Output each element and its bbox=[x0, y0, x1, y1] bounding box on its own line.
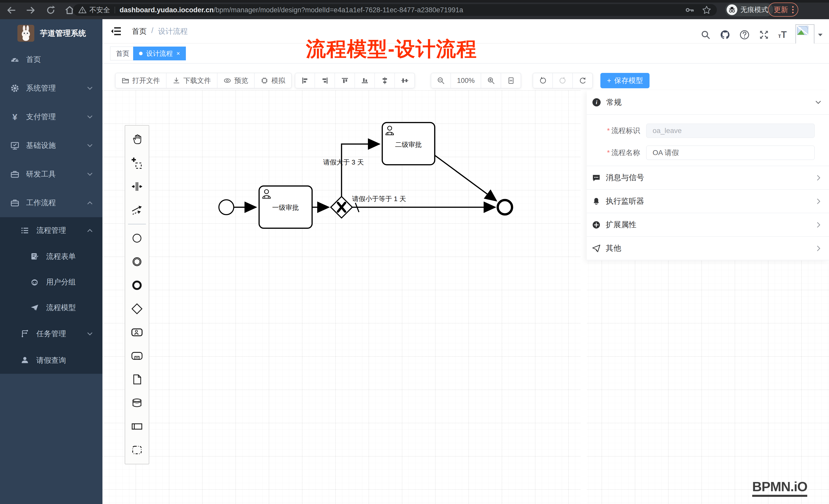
general-section-header[interactable]: i 常规 bbox=[587, 90, 829, 115]
create-participant[interactable] bbox=[125, 415, 149, 438]
sidebar-item-devtools[interactable]: 研发工具 bbox=[0, 160, 102, 189]
search-icon[interactable] bbox=[700, 30, 711, 40]
button-label: 下载文件 bbox=[183, 76, 211, 85]
process-key-input[interactable] bbox=[646, 124, 815, 138]
align-top-button[interactable] bbox=[335, 73, 355, 88]
start-event[interactable] bbox=[219, 200, 234, 215]
align-bottom-button[interactable] bbox=[355, 73, 375, 88]
caret-down-icon[interactable] bbox=[817, 32, 824, 38]
url-bar[interactable]: 不安全 dashboard.yudao.iocoder.cn/bpm/manag… bbox=[73, 4, 717, 16]
properties-panel: i 常规 *流程标识 *流程名称 消息与信号 bbox=[587, 90, 829, 261]
lasso-tool[interactable] bbox=[125, 151, 149, 175]
process-key-row: *流程标识 bbox=[587, 120, 829, 142]
chevron-down-icon bbox=[86, 330, 94, 338]
sequence-flow[interactable] bbox=[435, 155, 497, 201]
general-form: *流程标识 *流程名称 bbox=[587, 115, 829, 166]
hand-tool[interactable] bbox=[125, 128, 149, 151]
tab-label: 设计流程 bbox=[146, 49, 173, 58]
sidebar-item-user-group[interactable]: 用户分组 bbox=[0, 269, 102, 295]
sidebar-item-process-model[interactable]: 流程模型 bbox=[0, 295, 102, 320]
save-label: 保存模型 bbox=[614, 76, 643, 85]
sequence-flow-gt3[interactable] bbox=[341, 144, 380, 196]
create-gateway[interactable] bbox=[125, 297, 149, 320]
key-icon[interactable] bbox=[685, 5, 695, 15]
security-warning-icon[interactable] bbox=[78, 6, 87, 14]
github-icon[interactable] bbox=[720, 30, 730, 40]
preview-button[interactable]: 预览 bbox=[217, 73, 254, 88]
sidebar-item-infra[interactable]: 基础设施 bbox=[0, 131, 102, 160]
create-data-object[interactable] bbox=[125, 367, 149, 391]
bpmn-io-logo[interactable]: BPMN.iO bbox=[752, 479, 807, 497]
create-subprocess[interactable] bbox=[125, 344, 149, 367]
download-file-button[interactable]: 下载文件 bbox=[167, 73, 217, 88]
fullscreen-icon[interactable] bbox=[759, 30, 769, 40]
browser-reload-icon[interactable] bbox=[45, 5, 56, 16]
app-logo-row[interactable]: 芋道管理系统 bbox=[0, 19, 102, 45]
section-message-signal[interactable]: 消息与信号 bbox=[587, 166, 829, 190]
undo-button[interactable] bbox=[533, 73, 553, 88]
close-icon[interactable]: × bbox=[176, 50, 180, 56]
simulate-button[interactable]: 模拟 bbox=[254, 73, 292, 88]
tab-design-process[interactable]: 设计流程 × bbox=[133, 46, 186, 61]
breadcrumb-home[interactable]: 首页 bbox=[132, 26, 147, 37]
avatar-image-placeholder bbox=[795, 24, 815, 45]
sidebar-item-task-mgmt[interactable]: 任务管理 bbox=[0, 320, 102, 347]
designer-toolbar: 打开文件 下载文件 预览 模拟 bbox=[102, 73, 829, 88]
create-end-event[interactable] bbox=[125, 273, 149, 297]
redo-button[interactable] bbox=[553, 73, 573, 88]
create-start-event[interactable] bbox=[125, 226, 149, 250]
browser-back-icon[interactable] bbox=[6, 5, 17, 16]
create-user-task[interactable] bbox=[125, 320, 149, 344]
open-file-button[interactable]: 打开文件 bbox=[115, 73, 167, 88]
zoom-level[interactable]: 100% bbox=[451, 73, 481, 88]
align-left-button[interactable] bbox=[295, 73, 315, 88]
zoom-out-button[interactable] bbox=[431, 73, 451, 88]
section-title: 其他 bbox=[606, 243, 621, 254]
button-label: 打开文件 bbox=[132, 76, 160, 85]
sidebar-item-payment[interactable]: ¥ 支付管理 bbox=[0, 103, 102, 131]
bookmark-star-icon[interactable] bbox=[701, 5, 712, 15]
section-title: 扩展属性 bbox=[606, 220, 637, 230]
end-event[interactable] bbox=[498, 200, 512, 215]
security-label[interactable]: 不安全 bbox=[89, 5, 110, 14]
section-execution-listener[interactable]: 执行监听器 bbox=[587, 190, 829, 213]
sidebar-item-leave-query[interactable]: 请假查询 bbox=[0, 347, 102, 374]
create-intermediate-event[interactable] bbox=[125, 250, 149, 273]
sidebar-item-label: 工作流程 bbox=[26, 198, 56, 208]
browser-forward-icon[interactable] bbox=[25, 5, 36, 16]
sidebar-item-process-form[interactable]: 流程表单 bbox=[0, 244, 102, 269]
space-tool[interactable] bbox=[125, 175, 149, 198]
update-button[interactable]: 更新 bbox=[768, 3, 798, 16]
browser-menu-icon[interactable] bbox=[792, 6, 794, 13]
update-label[interactable]: 更新 bbox=[774, 5, 788, 14]
sidebar-item-system[interactable]: 系统管理 bbox=[0, 74, 102, 103]
chevron-down-icon[interactable] bbox=[814, 98, 822, 107]
process-name-input[interactable] bbox=[646, 146, 815, 160]
align-center-button[interactable] bbox=[395, 73, 415, 88]
section-other[interactable]: 其他 bbox=[587, 237, 829, 260]
browser-chrome: 不安全 dashboard.yudao.iocoder.cn/bpm/manag… bbox=[0, 0, 829, 19]
save-model-button[interactable]: + 保存模型 bbox=[600, 73, 650, 88]
create-group[interactable] bbox=[125, 438, 149, 462]
section-extended-attributes[interactable]: 扩展属性 bbox=[587, 213, 829, 237]
section-title: 执行监听器 bbox=[606, 196, 644, 206]
restart-button[interactable] bbox=[573, 73, 593, 88]
sidebar-collapse-icon[interactable] bbox=[111, 26, 122, 37]
zoom-fit-button[interactable] bbox=[501, 73, 521, 88]
sidebar-item-workflow[interactable]: 工作流程 bbox=[0, 189, 102, 217]
sidebar-item-label: 用户分组 bbox=[46, 277, 76, 287]
sidebar-item-label: 支付管理 bbox=[26, 112, 56, 122]
global-connect-tool[interactable] bbox=[125, 198, 149, 222]
bpmn-palette bbox=[125, 125, 149, 464]
user-avatar[interactable] bbox=[795, 24, 824, 45]
zoom-in-button[interactable] bbox=[481, 73, 501, 88]
sidebar-item-process-mgmt[interactable]: 流程管理 bbox=[0, 217, 102, 244]
help-icon[interactable] bbox=[739, 30, 750, 40]
sidebar-item-home[interactable]: 首页 bbox=[0, 45, 102, 74]
align-middle-button[interactable] bbox=[375, 73, 395, 88]
tab-home[interactable]: 首页 bbox=[110, 46, 135, 61]
chevron-right-icon bbox=[815, 174, 822, 182]
font-size-icon[interactable]: тT bbox=[778, 30, 787, 40]
align-right-button[interactable] bbox=[315, 73, 335, 88]
create-data-store[interactable] bbox=[125, 391, 149, 415]
